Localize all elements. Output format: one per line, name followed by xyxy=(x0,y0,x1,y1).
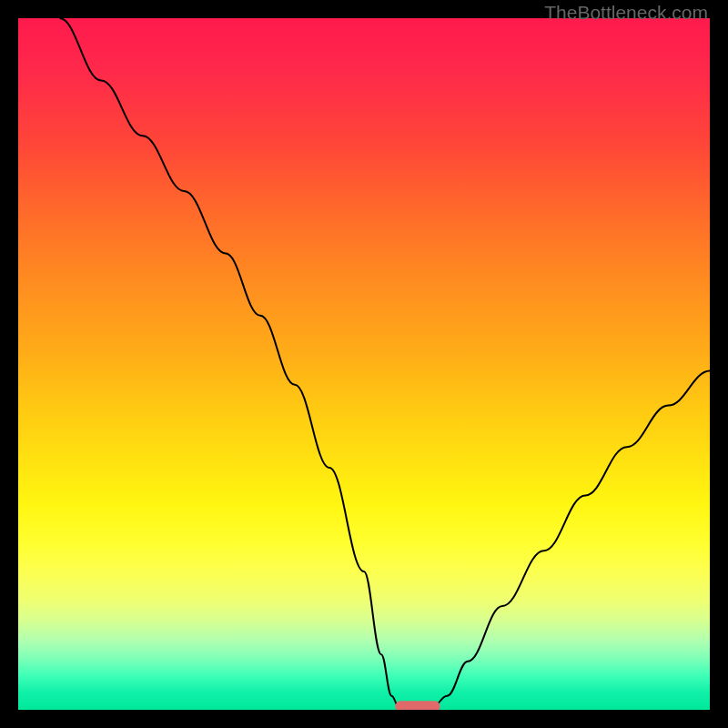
optimum-marker xyxy=(395,701,440,710)
curve-line xyxy=(60,18,710,706)
svg-rect-0 xyxy=(395,701,440,710)
chart-svg xyxy=(18,18,710,710)
